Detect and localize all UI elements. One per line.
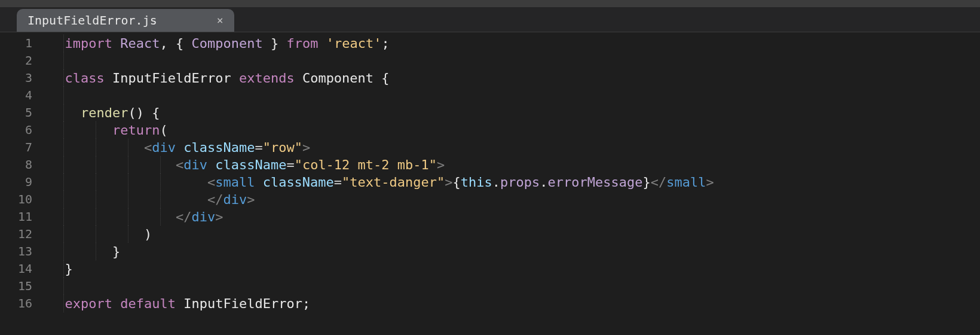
brace: } [112, 244, 120, 259]
jsx-tag: div [223, 192, 247, 207]
jsx-tag: small [215, 175, 255, 190]
line-number: 7 [0, 139, 49, 156]
code-line: render() { [49, 104, 980, 121]
jsx-bracket: < [144, 140, 152, 155]
jsx-bracket: > [445, 175, 452, 190]
paren: ) [144, 227, 152, 242]
op: = [334, 175, 342, 190]
dot: . [540, 175, 547, 190]
keyword: export [65, 296, 112, 311]
brace: { [381, 71, 389, 86]
line-number: 2 [0, 52, 49, 69]
close-icon[interactable]: × [217, 15, 223, 26]
code-line [49, 52, 980, 69]
code-line: <div className="row"> [49, 139, 980, 156]
jsx-bracket: </ [651, 175, 667, 190]
window-titlebar [0, 0, 980, 7]
identifier: React [120, 36, 160, 51]
punct: ; [302, 296, 310, 311]
jsx-tag: div [152, 140, 176, 155]
op: = [286, 157, 294, 172]
property: errorMessage [548, 175, 643, 190]
jsx-attr: className [263, 175, 334, 190]
identifier: Component [302, 71, 373, 86]
keyword: return [112, 123, 160, 138]
line-number: 4 [0, 87, 49, 104]
string: "col-12 mt-2 mb-1" [295, 157, 437, 172]
file-tab-active[interactable]: InputFieldError.js × [17, 9, 234, 32]
jsx-bracket: > [302, 140, 310, 155]
jsx-bracket: < [176, 157, 183, 172]
line-number: 14 [0, 260, 49, 278]
line-number: 11 [0, 208, 49, 226]
jsx-bracket: </ [176, 209, 192, 224]
code-line [49, 278, 980, 295]
code-line: </div> [49, 191, 980, 208]
op: = [255, 140, 262, 155]
tab-spacer [0, 7, 17, 32]
line-number: 9 [0, 173, 49, 191]
jsx-bracket: > [437, 157, 445, 172]
jsx-bracket: < [207, 175, 215, 190]
line-number: 10 [0, 191, 49, 208]
jsx-bracket: > [247, 192, 255, 207]
code-line: import React, { Component } from 'react'… [49, 35, 980, 52]
punct: ; [381, 36, 389, 51]
code-area[interactable]: import React, { Component } from 'react'… [49, 32, 980, 335]
code-line: } [49, 260, 980, 278]
jsx-attr: className [215, 157, 286, 172]
code-line: export default InputFieldError; [49, 295, 980, 312]
paren: ( [160, 123, 167, 138]
string: 'react' [326, 36, 382, 51]
jsx-bracket: </ [207, 192, 223, 207]
code-line: } [49, 243, 980, 260]
brace: { [453, 175, 461, 190]
property: props [500, 175, 540, 190]
editor-window: InputFieldError.js × 1 2 3 4 5 6 7 8 9 1… [0, 0, 980, 335]
method-name: render [81, 105, 128, 120]
code-line: class InputFieldError extends Component … [49, 69, 980, 87]
line-number: 8 [0, 156, 49, 173]
jsx-attr: className [183, 140, 255, 155]
line-number: 15 [0, 278, 49, 295]
class-name: InputFieldError [112, 71, 231, 86]
keyword: extends [239, 71, 295, 86]
keyword: from [286, 36, 318, 51]
identifier: Component [191, 36, 262, 51]
line-number: 3 [0, 69, 49, 87]
jsx-bracket: > [215, 209, 223, 224]
line-number: 13 [0, 243, 49, 260]
code-line: return( [49, 121, 980, 139]
string: "text-danger" [342, 175, 445, 190]
line-number: 16 [0, 295, 49, 312]
brace: { [176, 36, 183, 51]
keyword: default [120, 296, 176, 311]
line-number: 6 [0, 121, 49, 139]
dot: . [492, 175, 500, 190]
code-line: <div className="col-12 mt-2 mb-1"> [49, 156, 980, 173]
tab-bar: InputFieldError.js × [0, 7, 980, 32]
this-keyword: this [461, 175, 492, 190]
brace: { [152, 105, 160, 120]
brace: } [271, 36, 278, 51]
keyword: class [65, 71, 105, 86]
line-number: 12 [0, 226, 49, 243]
jsx-bracket: > [706, 175, 713, 190]
paren: () [128, 105, 144, 120]
line-number-gutter: 1 2 3 4 5 6 7 8 9 10 11 12 13 14 15 16 [0, 32, 49, 335]
code-line [49, 87, 980, 104]
punct: , [160, 36, 167, 51]
tab-filename: InputFieldError.js [27, 13, 157, 28]
brace: } [642, 175, 650, 190]
line-number: 5 [0, 104, 49, 121]
jsx-tag: div [183, 157, 207, 172]
identifier: InputFieldError [183, 296, 302, 311]
string: "row" [263, 140, 302, 155]
code-line: ) [49, 226, 980, 243]
code-editor[interactable]: 1 2 3 4 5 6 7 8 9 10 11 12 13 14 15 16 i… [0, 32, 980, 335]
keyword: import [65, 36, 112, 51]
code-line: </div> [49, 208, 980, 226]
jsx-tag: div [191, 209, 215, 224]
code-line: <small className="text-danger">{this.pro… [49, 173, 980, 191]
brace: } [65, 261, 73, 276]
